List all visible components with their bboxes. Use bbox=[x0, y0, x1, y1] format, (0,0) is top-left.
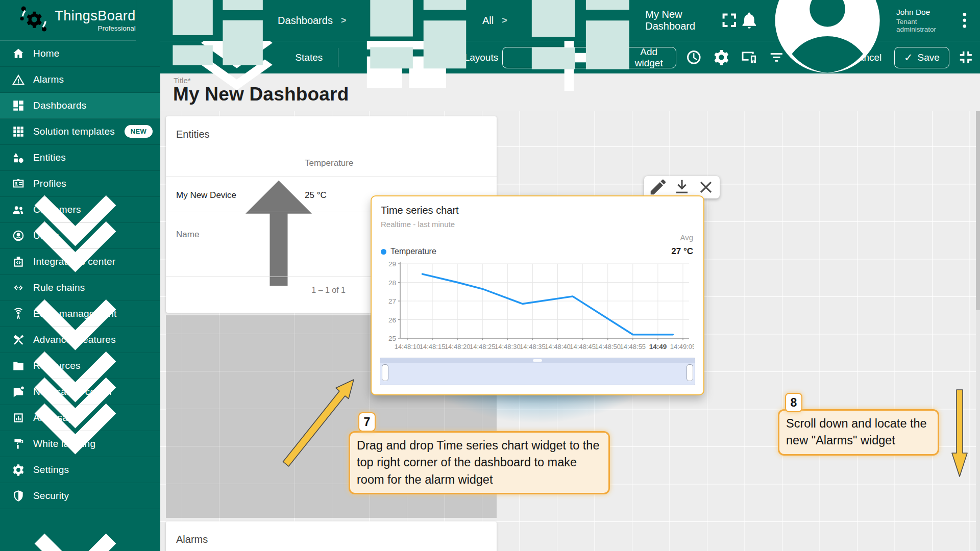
chart-time-scrollbar[interactable] bbox=[380, 358, 695, 385]
download-icon bbox=[672, 178, 692, 197]
cell-name: My New Device bbox=[176, 190, 236, 201]
thingsboard-logo-icon bbox=[18, 4, 50, 37]
step-7-note: Drag and drop Time series chart widget t… bbox=[349, 431, 610, 494]
pencil-icon bbox=[648, 178, 668, 197]
svg-text:14:48:45: 14:48:45 bbox=[570, 343, 596, 350]
new-badge: NEW bbox=[125, 125, 153, 138]
sidebar-item-dashboards[interactable]: Dashboards bbox=[0, 93, 160, 119]
thingsboard-logo[interactable]: ThingsBoard Professional bbox=[0, 0, 136, 41]
scrollbar-left-handle[interactable] bbox=[382, 364, 388, 381]
export-widget-button[interactable] bbox=[672, 178, 692, 197]
dashboard-canvas: Entities Name Temperature My New Device2… bbox=[160, 111, 980, 551]
fullscreen-button[interactable] bbox=[719, 8, 740, 33]
sidebar-item-entities[interactable]: Entities bbox=[0, 145, 160, 171]
chart-agg-label: Avg bbox=[680, 233, 693, 242]
svg-text:14:48:35: 14:48:35 bbox=[520, 343, 546, 350]
sidebar-item-profiles[interactable]: Profiles bbox=[0, 171, 160, 197]
top-header: ThingsBoard Professional Dashboards>All>… bbox=[0, 0, 980, 41]
sidebar-item-label: Home bbox=[33, 48, 59, 59]
vertical-scrollbar[interactable] bbox=[976, 111, 980, 551]
dashboards-icon bbox=[12, 99, 25, 112]
step-7-arrow bbox=[282, 377, 362, 472]
remove-widget-button[interactable] bbox=[696, 178, 716, 197]
sidebar-item-label: Rule chains bbox=[33, 282, 85, 293]
notifications-button[interactable] bbox=[739, 8, 760, 33]
time-series-chart-widget[interactable]: Time series chart Realtime - last minute… bbox=[371, 195, 704, 395]
entities-widget-title: Entities bbox=[166, 116, 497, 140]
sidebar-item-solution-templates[interactable]: Solution templatesNEW bbox=[0, 119, 160, 145]
scrollbar-right-handle[interactable] bbox=[687, 364, 693, 381]
step-8-note: Scroll down and locate the new "Alarms" … bbox=[778, 409, 939, 456]
svg-text:14:48:55: 14:48:55 bbox=[620, 343, 646, 350]
svg-text:27: 27 bbox=[388, 297, 396, 305]
white-labeling-icon bbox=[12, 437, 25, 450]
svg-text:14:48:25: 14:48:25 bbox=[470, 343, 496, 350]
users-icon bbox=[12, 229, 25, 242]
pagination: 1 – 1 of 1 bbox=[311, 286, 346, 295]
rule-chains-icon bbox=[12, 281, 25, 294]
dashboard-icon bbox=[158, 0, 278, 81]
svg-text:14:48:40: 14:48:40 bbox=[545, 343, 571, 350]
sidebar-item-customers[interactable]: Customers bbox=[0, 197, 160, 223]
breadcrumb-separator: > bbox=[502, 15, 507, 26]
svg-text:14:48:20: 14:48:20 bbox=[445, 343, 471, 350]
svg-text:14:48:50: 14:48:50 bbox=[595, 343, 621, 350]
fullscreen-icon bbox=[719, 10, 740, 31]
sidebar-item-edge-management[interactable]: Edge management bbox=[0, 301, 160, 327]
api-icon bbox=[12, 411, 25, 424]
more-menu-button[interactable] bbox=[954, 8, 975, 33]
svg-text:14:49:05: 14:49:05 bbox=[670, 343, 694, 350]
breadcrumb-item-my-new-dashboard[interactable]: My New Dashboard bbox=[516, 0, 719, 85]
svg-text:14:49: 14:49 bbox=[649, 343, 667, 350]
close-icon bbox=[696, 178, 716, 197]
bell-icon bbox=[739, 10, 760, 31]
home-icon bbox=[12, 47, 25, 60]
sidebar-item-settings[interactable]: Settings bbox=[0, 457, 160, 483]
sidebar-item-alarms[interactable]: Alarms bbox=[0, 67, 160, 93]
sidebar-item-home[interactable]: Home bbox=[0, 41, 160, 67]
sidebar-item-label: Dashboards bbox=[33, 100, 86, 111]
breadcrumb: Dashboards>All>My New Dashboard bbox=[158, 0, 719, 85]
svg-text:25: 25 bbox=[388, 335, 396, 342]
sidebar-item-resources[interactable]: Resources bbox=[0, 353, 160, 379]
chart-timewindow-label: Realtime - last minute bbox=[381, 220, 455, 229]
thingsboard-app: ThingsBoard Professional Dashboards>All>… bbox=[0, 0, 980, 551]
edit-widget-button[interactable] bbox=[648, 178, 668, 197]
column-header-temperature: Temperature bbox=[305, 158, 353, 168]
sidebar-item-rule-chains[interactable]: Rule chains bbox=[0, 275, 160, 301]
kebab-icon bbox=[954, 10, 975, 31]
scrollbar-thumb[interactable] bbox=[976, 111, 980, 310]
user-menu[interactable]: John Doe Tenant administrator bbox=[765, 0, 948, 83]
sidebar-item-integrations-center[interactable]: Integrations center bbox=[0, 249, 160, 275]
legend-avg-value: 27 °C bbox=[671, 246, 693, 257]
avatar bbox=[765, 0, 890, 83]
sidebar-item-label: Users bbox=[33, 230, 59, 241]
dashboard-icon bbox=[516, 0, 646, 85]
sidebar-item-users[interactable]: Users bbox=[0, 223, 160, 249]
alarms-widget: Alarms bbox=[166, 521, 497, 551]
chart-widget-title: Time series chart bbox=[381, 205, 459, 216]
svg-text:14:48:10: 14:48:10 bbox=[395, 343, 421, 350]
chevron-down-icon bbox=[0, 490, 151, 551]
sidebar-item-notification-center[interactable]: Notification center bbox=[0, 379, 160, 405]
user-name: John Doe bbox=[896, 8, 947, 17]
alarms-widget-title: Alarms bbox=[166, 521, 497, 545]
step-8-arrow bbox=[948, 388, 971, 480]
sidebar-item-api-usage[interactable]: API usage bbox=[0, 405, 160, 431]
breadcrumb-item-dashboards[interactable]: Dashboards bbox=[158, 0, 333, 81]
breadcrumb-item-all[interactable]: All bbox=[354, 0, 494, 84]
notification-icon bbox=[12, 385, 25, 398]
scrollbar-grip[interactable] bbox=[533, 359, 542, 362]
svg-text:14:48:15: 14:48:15 bbox=[420, 343, 446, 350]
sidebar-item-security[interactable]: Security bbox=[0, 483, 160, 509]
logo-title: ThingsBoard bbox=[55, 8, 136, 24]
customers-icon bbox=[12, 203, 25, 216]
sidebar-item-label: Notification center bbox=[33, 386, 113, 397]
sidebar-item-white-labeling[interactable]: White labeling bbox=[0, 431, 160, 457]
sidebar-item-label: White labeling bbox=[33, 438, 95, 449]
sidebar-item-advanced-features[interactable]: Advanced features bbox=[0, 327, 160, 353]
svg-text:29: 29 bbox=[388, 261, 396, 268]
legend-series-label[interactable]: Temperature bbox=[390, 247, 436, 256]
svg-text:14:48:30: 14:48:30 bbox=[495, 343, 521, 350]
svg-text:26: 26 bbox=[388, 316, 396, 324]
